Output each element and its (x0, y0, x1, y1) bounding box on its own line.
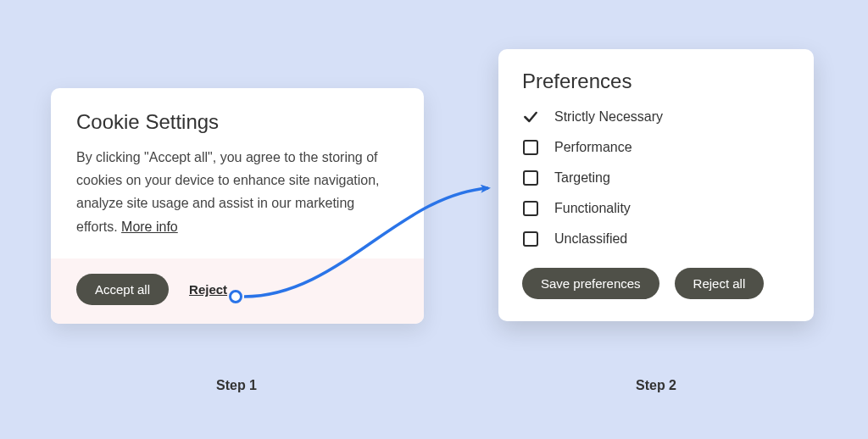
save-preferences-button[interactable]: Save preferences (522, 268, 659, 299)
check-icon (522, 108, 539, 125)
preferences-title: Preferences (522, 69, 790, 93)
checkbox-icon (522, 139, 539, 156)
pref-row-strictly-necessary[interactable]: Strictly Necessary (522, 108, 790, 125)
pref-label: Targeting (554, 170, 610, 186)
pref-label: Functionality (554, 201, 631, 216)
more-info-link[interactable]: More info (121, 220, 178, 234)
cookie-settings-description: By clicking "Accept all", you agree to t… (76, 146, 398, 253)
checkbox-icon (522, 231, 539, 247)
checkbox-icon (522, 169, 539, 186)
reject-all-button[interactable]: Reject all (675, 268, 765, 299)
step-2-caption: Step 2 (636, 378, 676, 393)
step-1-caption: Step 1 (216, 378, 257, 393)
cookie-settings-card: Cookie Settings By clicking "Accept all"… (51, 88, 424, 324)
pref-label: Strictly Necessary (554, 109, 663, 125)
reject-highlight-ring (229, 290, 242, 303)
preferences-actions: Save preferences Reject all (522, 268, 790, 299)
preferences-list: Strictly Necessary Performance Targeting… (522, 108, 790, 247)
cookie-settings-body: Cookie Settings By clicking "Accept all"… (51, 88, 424, 258)
pref-row-functionality[interactable]: Functionality (522, 200, 790, 217)
pref-row-performance[interactable]: Performance (522, 139, 790, 156)
accept-all-button[interactable]: Accept all (76, 274, 169, 305)
pref-label: Unclassified (554, 231, 627, 247)
pref-row-unclassified[interactable]: Unclassified (522, 231, 790, 247)
pref-row-targeting[interactable]: Targeting (522, 169, 790, 186)
preferences-card: Preferences Strictly Necessary Performan… (498, 49, 814, 321)
cookie-settings-title: Cookie Settings (76, 110, 398, 134)
pref-label: Performance (554, 140, 632, 155)
checkbox-icon (522, 200, 539, 217)
reject-link[interactable]: Reject (189, 282, 227, 297)
